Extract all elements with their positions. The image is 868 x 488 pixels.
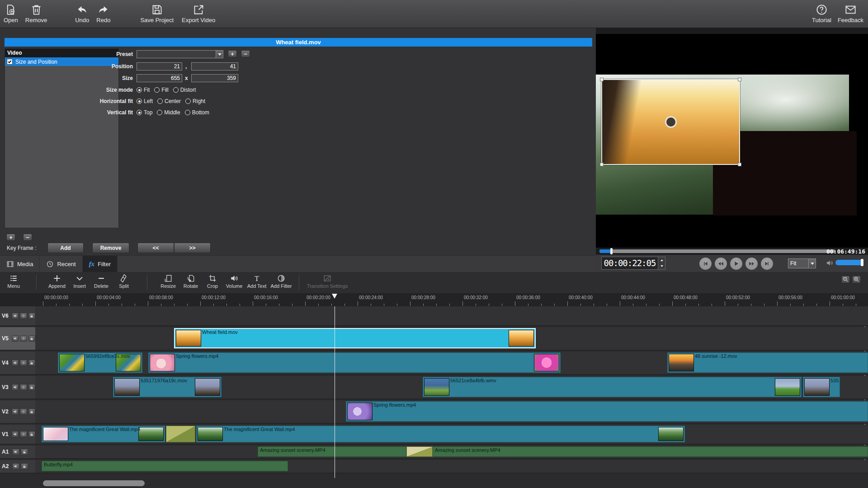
zoom-fit-dropdown[interactable]: Fit — [788, 258, 816, 268]
playhead-line[interactable] — [335, 306, 335, 478]
track-header-a2[interactable]: A2 — [0, 460, 35, 474]
timeline-button-add-text[interactable]: TAdd Text — [245, 274, 269, 289]
keyframe-add-button[interactable]: Add — [47, 243, 84, 253]
timeline-button-crop[interactable]: Crop — [203, 274, 222, 289]
track-lane-v5[interactable]: Wheat field.mov — [35, 327, 868, 351]
a2-lock-button[interactable] — [21, 463, 28, 469]
toolbar-button-tutorial[interactable]: Tutorial — [812, 4, 831, 23]
v2-hide-button[interactable] — [20, 408, 27, 415]
clip-535171976a19c-mov[interactable]: 535171976a19c.mov — [113, 377, 222, 397]
timeline-button-add-filter[interactable]: Add Filter — [269, 274, 294, 289]
track-lane-v4[interactable]: 565992ef8ce3s.movSpring flowers.mp448 su… — [35, 352, 868, 375]
v4-lock-button[interactable] — [28, 360, 35, 366]
v1-lock-button[interactable] — [28, 431, 35, 437]
v6-lock-button[interactable] — [28, 313, 35, 319]
v3-hide-button[interactable] — [20, 384, 27, 390]
preset-delete-button[interactable]: − — [241, 50, 250, 57]
v1-mute-button[interactable] — [12, 431, 19, 437]
keyframe-next-button[interactable]: >> — [174, 243, 211, 253]
spin-up-button[interactable] — [658, 257, 665, 263]
clip-56521ce8a4bfb-wmv[interactable]: 56521ce8a4bfb.wmv — [423, 377, 802, 397]
add-filter-to-clip-button[interactable]: + — [6, 234, 15, 241]
skip-to-start-button[interactable] — [699, 258, 712, 270]
toolbar-button-export-video[interactable]: Export Video — [182, 4, 215, 23]
volume-slider[interactable] — [835, 260, 863, 265]
clip-butterfly-mp4[interactable]: Butterfly.mp4 — [42, 461, 288, 471]
timeline-zoom-out-button[interactable] — [841, 276, 850, 283]
skip-to-end-button[interactable] — [761, 258, 773, 270]
toolbar-button-feedback[interactable]: Feedback — [838, 4, 863, 23]
track-header-v5[interactable]: V5 — [0, 327, 35, 351]
toolbar-button-save-project[interactable]: Save Project — [140, 4, 174, 23]
a1-lock-button[interactable] — [21, 449, 28, 455]
toolbar-button-redo[interactable]: Redo — [96, 4, 110, 23]
toolbar-button-open[interactable]: Open — [4, 4, 18, 23]
transition-clip[interactable] — [406, 446, 433, 457]
resize-handle-ne[interactable] — [738, 78, 741, 81]
toolbar-button-remove[interactable]: Remove — [25, 4, 47, 23]
track-lane-v3[interactable]: 535171976a19c.mov56521ce8a4bfb.wmv535171… — [35, 376, 868, 399]
preset-save-button[interactable]: + — [228, 50, 237, 57]
current-timecode-spinner[interactable]: 00:00:22:05 — [601, 257, 665, 270]
track-lane-v1[interactable]: The magnificent Great Wall.mp4The magnif… — [35, 425, 868, 445]
tab-filter[interactable]: fx Filter — [83, 256, 118, 272]
track-lane-a2[interactable]: Butterfly.mp4 — [35, 460, 868, 474]
v1-hide-button[interactable] — [20, 431, 27, 437]
preview-selected-overlay[interactable] — [601, 79, 740, 165]
resize-handle-se[interactable] — [738, 163, 741, 166]
resize-handle-nw[interactable] — [600, 78, 604, 81]
size-width-field[interactable] — [137, 74, 182, 82]
timeline-ruler[interactable]: 00:00:00:0000:00:04:0000:00:08:0000:00:1… — [0, 294, 868, 306]
track-header-a1[interactable]: A1 — [0, 446, 35, 459]
clip-spring-flowers-mp4[interactable]: Spring flowers.mp4 — [346, 401, 868, 422]
volume-slider-handle[interactable] — [861, 259, 863, 266]
move-handle[interactable] — [665, 116, 677, 128]
timeline-button-split[interactable]: Split — [113, 274, 135, 289]
tab-media[interactable]: Media — [0, 256, 40, 272]
radio-center[interactable]: Center — [157, 98, 181, 104]
volume-icon[interactable] — [826, 259, 834, 267]
track-header-v4[interactable]: V4 — [0, 352, 35, 375]
radio-left[interactable]: Left — [137, 98, 153, 104]
clip-the-magnificent-great-wall-mp4[interactable]: The magnificent Great Wall.mp4 — [42, 426, 165, 442]
playhead-handle[interactable] — [332, 294, 337, 299]
radio-fit[interactable]: Fit — [137, 87, 150, 93]
track-header-v1[interactable]: V1 — [0, 425, 35, 445]
track-header-v6[interactable]: V6 — [0, 306, 35, 326]
clip-the-magnificent-great-wall-mp4[interactable]: The magnificent Great Wall.mp4 — [196, 426, 685, 442]
play-button[interactable] — [730, 258, 742, 270]
clip-amazing-sunset-scenery-mp4[interactable]: Amazing sunset scenery.MP4 — [258, 446, 406, 457]
track-lane-v6[interactable] — [35, 306, 868, 326]
v5-hide-button[interactable] — [20, 335, 27, 342]
keyframe-prev-button[interactable]: << — [137, 243, 174, 253]
clip-535171976a19c-mov[interactable]: 535171976a19c.mov — [803, 377, 840, 397]
track-lane-v2[interactable]: Spring flowers.mp4 — [35, 400, 868, 424]
v2-mute-button[interactable] — [12, 408, 19, 415]
v2-lock-button[interactable] — [28, 408, 35, 415]
radio-top[interactable]: Top — [137, 109, 152, 116]
v5-mute-button[interactable] — [12, 335, 19, 342]
clip-48-sunrise-12-mov[interactable]: 48 sunrise -12.mov — [667, 352, 868, 373]
radio-distort[interactable]: Distort — [173, 87, 196, 93]
a1-mute-button[interactable] — [12, 449, 19, 455]
keyframe-remove-button[interactable]: Remove — [92, 243, 129, 253]
timeline-button-append[interactable]: Append — [45, 274, 69, 289]
clip-spring-flowers-mp4[interactable]: Spring flowers.mp4 — [148, 352, 561, 373]
seek-handle[interactable] — [610, 248, 613, 254]
chevron-down-icon[interactable] — [808, 259, 816, 268]
position-y-field[interactable] — [191, 62, 238, 70]
v6-hide-button[interactable] — [20, 313, 27, 319]
track-header-v2[interactable]: V2 — [0, 400, 35, 424]
position-x-field[interactable] — [137, 62, 182, 70]
v3-mute-button[interactable] — [12, 384, 19, 390]
preset-dropdown[interactable] — [137, 50, 223, 58]
toolbar-button-undo[interactable]: Undo — [75, 4, 89, 23]
timeline-button-resize[interactable]: Resize — [156, 274, 180, 289]
radio-middle[interactable]: Middle — [157, 109, 180, 116]
radio-fill[interactable]: Fill — [154, 87, 168, 93]
rewind-button[interactable] — [715, 258, 727, 270]
v3-lock-button[interactable] — [28, 384, 35, 390]
timeline-button-delete[interactable]: Delete — [90, 274, 112, 289]
chevron-down-icon[interactable] — [216, 51, 223, 58]
timeline-zoom-in-button[interactable] — [852, 276, 861, 283]
